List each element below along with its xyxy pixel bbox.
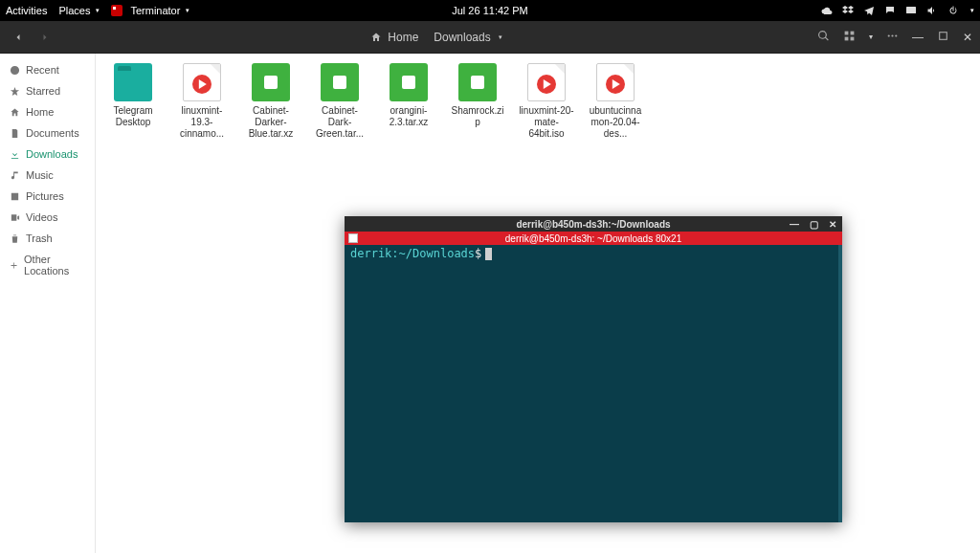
path-home-label: Home: [388, 31, 418, 44]
disk-image-icon: [527, 63, 566, 101]
file-item[interactable]: Shamrock.zip: [450, 63, 505, 140]
sidebar-item-documents[interactable]: Documents: [0, 122, 95, 144]
recent-icon: [10, 65, 20, 76]
file-item[interactable]: Cabinet-Dark-Green.tar...: [312, 63, 368, 140]
starred-icon: [10, 86, 20, 97]
forward-button[interactable]: [34, 27, 56, 48]
svg-rect-2: [851, 31, 855, 34]
terminal-maximize-button[interactable]: ▢: [808, 218, 819, 230]
svg-rect-0: [906, 7, 916, 13]
file-item[interactable]: linuxmint-19.3-cinnamo...: [174, 63, 230, 140]
sidebar-item-other-locations[interactable]: Other Locations: [0, 249, 95, 281]
clock[interactable]: Jul 26 11:42 PM: [452, 5, 528, 16]
places-label: Places: [58, 5, 90, 16]
app-menu[interactable]: Terminator▾: [111, 5, 189, 16]
pictures-icon: [10, 191, 20, 202]
trash-icon: [10, 233, 20, 244]
files-window: Home Downloads ▾ ▾ — ✕ RecentStarredHome…: [0, 21, 980, 553]
sidebar-item-starred[interactable]: Starred: [0, 80, 95, 101]
file-item[interactable]: orangini-2.3.tar.xz: [381, 63, 436, 140]
folder-icon: [114, 63, 152, 101]
window-maximize-button[interactable]: [937, 30, 949, 45]
window-minimize-button[interactable]: —: [912, 31, 924, 44]
sidebar-item-recent[interactable]: Recent: [0, 59, 95, 80]
places-menu[interactable]: Places▾: [58, 5, 100, 16]
file-label: orangini-2.3.tar.xz: [381, 105, 436, 128]
file-label: Cabinet-Dark-Green.tar...: [312, 105, 368, 140]
app-menu-label: Terminator: [130, 5, 180, 16]
search-button[interactable]: [817, 30, 830, 45]
terminal-body[interactable]: derrik:~/Downloads$: [345, 245, 842, 522]
volume-icon[interactable]: [926, 5, 938, 16]
sidebar-item-videos[interactable]: Videos: [0, 207, 95, 228]
files-content[interactable]: Telegram Desktoplinuxmint-19.3-cinnamo..…: [96, 54, 980, 553]
terminator-icon: [111, 5, 122, 16]
file-label: Telegram Desktop: [105, 105, 161, 128]
system-menu-chevron-icon[interactable]: ▾: [970, 7, 974, 14]
sidebar-item-label: Videos: [26, 211, 57, 223]
terminal-scrollbar[interactable]: [838, 245, 842, 522]
file-item[interactable]: Cabinet-Darker-Blue.tar.xz: [243, 63, 299, 140]
terminal-titlebar[interactable]: derrik@b450m-ds3h:~/Downloads — ▢ ✕: [345, 216, 842, 232]
svg-point-6: [891, 34, 893, 36]
svg-rect-8: [940, 32, 947, 39]
files-sidebar: RecentStarredHomeDocumentsDownloadsMusic…: [0, 54, 96, 553]
svg-rect-4: [851, 36, 855, 40]
terminal-title-text: derrik@b450m-ds3h:~/Downloads: [516, 219, 670, 230]
home-icon: [370, 32, 382, 43]
power-icon[interactable]: [947, 5, 959, 16]
terminal-window: derrik@b450m-ds3h:~/Downloads — ▢ ✕ derr…: [345, 216, 842, 522]
telegram-icon[interactable]: [863, 5, 875, 16]
terminal-close-button[interactable]: ✕: [827, 218, 838, 230]
terminal-tab[interactable]: derrik@b450m-ds3h: ~/Downloads 80x21: [345, 232, 842, 245]
disk-image-icon: [183, 63, 221, 101]
terminal-tab-label: derrik@b450m-ds3h: ~/Downloads 80x21: [505, 233, 681, 244]
sidebar-item-label: Starred: [26, 85, 60, 97]
sidebar-item-label: Pictures: [26, 190, 64, 202]
chevron-down-icon: ▾: [186, 7, 189, 14]
activities-button[interactable]: Activities: [6, 5, 47, 16]
sidebar-item-label: Documents: [26, 127, 79, 139]
file-item[interactable]: linuxmint-20-mate-64bit.iso: [519, 63, 574, 140]
view-chevron-icon[interactable]: ▾: [869, 33, 873, 41]
archive-icon: [458, 63, 497, 101]
window-close-button[interactable]: ✕: [963, 31, 972, 44]
terminal-cursor: [485, 248, 492, 260]
files-grid: Telegram Desktoplinuxmint-19.3-cinnamo..…: [105, 63, 970, 140]
chevron-down-icon: ▾: [499, 33, 502, 41]
terminal-minimize-button[interactable]: —: [789, 218, 800, 230]
prompt-path: ~/Downloads: [399, 247, 475, 260]
path-home[interactable]: Home: [370, 31, 418, 44]
hamburger-menu-button[interactable]: [886, 30, 899, 45]
gnome-top-panel: Activities Places▾ Terminator▾ Jul 26 11…: [0, 0, 980, 21]
sidebar-item-downloads[interactable]: Downloads: [0, 144, 95, 165]
workspace-icon[interactable]: [905, 5, 917, 16]
sidebar-item-label: Recent: [26, 64, 59, 76]
view-toggle-button[interactable]: [843, 30, 856, 45]
sidebar-item-music[interactable]: Music: [0, 165, 95, 186]
sidebar-item-label: Downloads: [26, 148, 78, 160]
file-label: linuxmint-20-mate-64bit.iso: [519, 105, 574, 140]
file-label: Shamrock.zip: [450, 105, 505, 128]
svg-point-7: [895, 34, 897, 36]
svg-rect-1: [845, 31, 849, 34]
back-button[interactable]: [8, 27, 29, 48]
sidebar-item-home[interactable]: Home: [0, 101, 95, 122]
file-item[interactable]: ubuntucinnamon-20.04-des...: [588, 63, 643, 140]
svg-rect-3: [845, 36, 849, 40]
dropbox-icon[interactable]: [842, 5, 854, 16]
path-downloads-label: Downloads: [434, 31, 490, 44]
file-item[interactable]: Telegram Desktop: [105, 63, 161, 140]
file-label: Cabinet-Darker-Blue.tar.xz: [243, 105, 299, 140]
file-label: ubuntucinnamon-20.04-des...: [588, 105, 643, 140]
downloads-icon: [10, 149, 20, 160]
discord-icon[interactable]: [884, 5, 896, 16]
sidebar-item-pictures[interactable]: Pictures: [0, 186, 95, 207]
sidebar-item-label: Other Locations: [24, 254, 85, 276]
cloud-icon[interactable]: [821, 5, 833, 16]
music-icon: [10, 170, 20, 181]
sidebar-item-trash[interactable]: Trash: [0, 228, 95, 249]
file-label: linuxmint-19.3-cinnamo...: [174, 105, 230, 140]
path-downloads[interactable]: Downloads ▾: [434, 31, 501, 44]
prompt-dollar: $: [475, 247, 481, 260]
